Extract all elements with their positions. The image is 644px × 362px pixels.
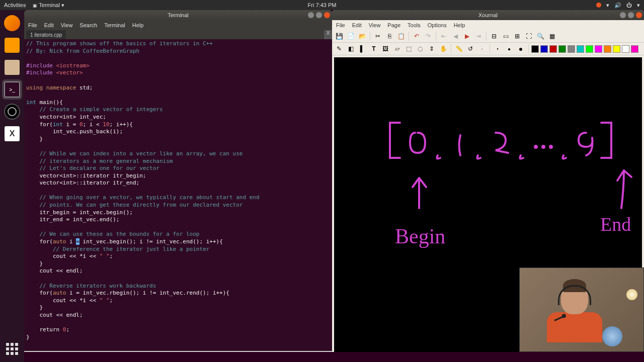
close-button[interactable]: [324, 12, 330, 18]
color-orange[interactable]: [604, 45, 611, 53]
color-cyan[interactable]: [577, 45, 584, 53]
medium-icon[interactable]: ●: [504, 44, 514, 54]
undo-icon[interactable]: ↶: [412, 31, 422, 41]
menu-search[interactable]: Search: [79, 22, 97, 28]
terminal-title: Terminal: [168, 12, 189, 18]
redo-icon[interactable]: ↷: [423, 31, 433, 41]
color-white[interactable]: [622, 45, 629, 53]
color-lime[interactable]: [586, 45, 593, 53]
first-page-icon[interactable]: ⇤: [439, 31, 449, 41]
volume-icon[interactable]: 🔊: [614, 2, 621, 9]
color-green[interactable]: [558, 45, 566, 53]
color-blue[interactable]: [540, 45, 548, 53]
ruler-icon[interactable]: 📏: [454, 44, 464, 54]
vim-tab[interactable]: 1 iterators.cpp: [26, 30, 66, 39]
xournal-toolbar-main: 💾 📄 📂 ✂ ⎘ 📋 ↶ ↷ ⇤ ◀ ▶ ⇥ ⊟ ▭ ⊞ ⛶ 🔍 ▦: [332, 30, 644, 43]
zoom-out-icon[interactable]: ⊟: [489, 31, 499, 41]
select-region-icon[interactable]: ◌: [415, 44, 425, 54]
vim-filename: iterators.cpp: [80, 352, 134, 352]
color-black[interactable]: [531, 45, 539, 53]
menu-options[interactable]: Options: [428, 22, 447, 28]
last-page-icon[interactable]: ⇥: [473, 31, 484, 41]
terminal-titlebar[interactable]: Terminal: [24, 10, 332, 20]
vim-editor[interactable]: // This program shows off the basics of …: [24, 39, 332, 351]
menu-edit[interactable]: Edit: [352, 22, 362, 28]
xournal-toolbar-tools: ✎ ◧ ▌ T 🖼 ▱ ⬚ ◌ ⇕ ✋ 📏 ↺ · ● ● ●: [332, 43, 644, 55]
new-icon[interactable]: 📄: [346, 31, 356, 41]
thin-icon[interactable]: ·: [477, 44, 487, 54]
next-page-icon[interactable]: ▶: [462, 31, 472, 41]
menu-edit[interactable]: Edit: [44, 22, 54, 28]
shapes-icon[interactable]: ▱: [392, 44, 402, 54]
menu-help[interactable]: Help: [454, 22, 465, 28]
text-icon[interactable]: T: [369, 44, 379, 54]
svg-point-2: [550, 146, 552, 148]
dock-xournal[interactable]: X: [2, 124, 22, 144]
paste-icon[interactable]: 📋: [396, 31, 406, 41]
color-pink[interactable]: [631, 45, 638, 53]
menu-help[interactable]: Help: [132, 22, 144, 28]
menu-tools[interactable]: Tools: [408, 22, 421, 28]
default-icon[interactable]: ↺: [465, 44, 475, 54]
highlighter-icon[interactable]: ▌: [357, 44, 367, 54]
hand-icon[interactable]: ✋: [438, 44, 448, 54]
dock-obs[interactable]: [2, 102, 22, 122]
image-icon[interactable]: 🖼: [380, 44, 390, 54]
power-icon[interactable]: ⏻: [626, 2, 632, 8]
activities-button[interactable]: Activities: [4, 2, 26, 9]
app-menu[interactable]: ▣ Terminal ▾: [33, 2, 64, 9]
vim-position: 28:15: [307, 352, 332, 352]
vim-mode: NORMAL: [24, 352, 50, 352]
color-yellow[interactable]: [613, 45, 620, 53]
menu-view[interactable]: View: [369, 22, 381, 28]
vertical-space-icon[interactable]: ⇕: [427, 44, 437, 54]
save-icon[interactable]: 💾: [334, 31, 344, 41]
pen-icon[interactable]: ✎: [334, 44, 344, 54]
thick-icon[interactable]: ●: [516, 44, 526, 54]
eraser-icon[interactable]: ◧: [346, 44, 356, 54]
dock-firefox[interactable]: [2, 13, 22, 33]
color-red[interactable]: [549, 45, 557, 53]
close-button[interactable]: [636, 12, 642, 18]
zoom-in-icon[interactable]: ⊞: [512, 31, 522, 41]
vim-percent: 68%: [287, 352, 307, 352]
copy-icon[interactable]: ⎘: [384, 31, 394, 41]
vim-tab-close-icon[interactable]: X: [324, 30, 332, 39]
show-applications-icon[interactable]: [2, 339, 22, 359]
status-recording-icon[interactable]: [596, 3, 601, 8]
menu-page[interactable]: Page: [387, 22, 400, 28]
network-icon[interactable]: ▾: [606, 2, 609, 9]
fullscreen-icon[interactable]: ⛶: [524, 31, 534, 41]
zoom-fit-icon[interactable]: ▭: [501, 31, 511, 41]
prev-page-icon[interactable]: ◀: [450, 31, 460, 41]
color-magenta[interactable]: [595, 45, 602, 53]
menu-file[interactable]: File: [336, 22, 345, 28]
vim-cursor: =: [76, 238, 79, 245]
minimize-button[interactable]: [308, 12, 314, 18]
fine-icon[interactable]: ●: [493, 44, 503, 54]
clock[interactable]: Fri 7:43 PM: [308, 2, 337, 8]
maximize-button[interactable]: [316, 12, 322, 18]
terminal-menubar: File Edit View Search Terminal Help: [24, 20, 332, 30]
minimize-button[interactable]: [620, 12, 626, 18]
svg-text:End: End: [600, 214, 631, 235]
zoom-icon[interactable]: 🔍: [535, 31, 545, 41]
color-gray[interactable]: [568, 45, 575, 53]
xournal-menubar: File Edit View Page Tools Options Help: [332, 20, 644, 30]
page-width-icon[interactable]: ▦: [547, 31, 557, 41]
dock-files[interactable]: [2, 57, 22, 77]
xournal-titlebar[interactable]: Xournal: [332, 10, 644, 20]
dock-terminal[interactable]: >_: [2, 79, 22, 100]
menu-file[interactable]: File: [28, 22, 37, 28]
menu-view[interactable]: View: [61, 22, 73, 28]
system-menu-chevron-icon[interactable]: ▾: [637, 2, 640, 9]
svg-text:Begin: Begin: [395, 225, 445, 248]
dock-amazon[interactable]: [2, 35, 22, 55]
vim-branch: master: [50, 352, 80, 352]
cut-icon[interactable]: ✂: [373, 31, 383, 41]
svg-point-1: [542, 146, 544, 148]
open-icon[interactable]: 📂: [357, 31, 367, 41]
menu-terminal[interactable]: Terminal: [104, 22, 125, 28]
maximize-button[interactable]: [628, 12, 634, 18]
select-rect-icon[interactable]: ⬚: [404, 44, 414, 54]
